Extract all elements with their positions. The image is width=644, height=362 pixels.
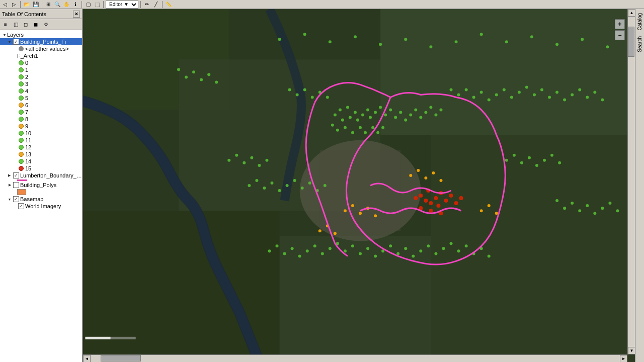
val-15-label: 15 bbox=[25, 165, 31, 171]
svg-point-11 bbox=[354, 111, 357, 114]
svg-point-49 bbox=[457, 93, 460, 96]
toolbar-measure-btn[interactable]: 📏 bbox=[165, 1, 173, 9]
val-3-item[interactable]: 3 bbox=[0, 80, 82, 87]
val-2-item[interactable]: 2 bbox=[0, 73, 82, 80]
svg-point-33 bbox=[331, 124, 334, 127]
scroll-track-vertical[interactable] bbox=[628, 17, 635, 347]
val-15-item[interactable]: 15 bbox=[0, 165, 82, 172]
svg-point-120 bbox=[505, 159, 508, 162]
catalog-tab[interactable]: Catalog bbox=[635, 11, 644, 33]
svg-point-55 bbox=[503, 88, 506, 91]
svg-point-94 bbox=[457, 249, 460, 252]
svg-point-136 bbox=[480, 33, 483, 36]
svg-point-62 bbox=[555, 90, 558, 94]
val-0-item[interactable]: 0 bbox=[0, 59, 82, 66]
svg-point-133 bbox=[404, 38, 407, 41]
val-5-item[interactable]: 5 bbox=[0, 95, 82, 102]
zoom-out-button[interactable]: − bbox=[615, 30, 625, 40]
other-values-item[interactable]: <all other values> bbox=[0, 45, 82, 52]
svg-rect-4 bbox=[431, 135, 635, 362]
toc-selection-view-btn[interactable]: ◼ bbox=[31, 20, 40, 29]
val-10-item[interactable]: 10 bbox=[0, 130, 82, 137]
map-canvas bbox=[83, 9, 635, 362]
toolbar-select-features-btn[interactable]: ⬚ bbox=[93, 1, 101, 9]
building-polys-item[interactable]: Building_Polys bbox=[0, 182, 82, 189]
map-scrollbar-horizontal: ◄ ► bbox=[83, 354, 627, 362]
zoom-in-button[interactable]: + bbox=[615, 19, 625, 29]
toolbar-line-btn[interactable]: ╱ bbox=[152, 1, 160, 9]
val-7-item[interactable]: 7 bbox=[0, 109, 82, 116]
lumberton-checkbox[interactable] bbox=[13, 172, 19, 178]
svg-point-110 bbox=[593, 212, 596, 215]
main-layout: Table Of Contents ✕ ≡ ◫ ◻ ◼ ⚙ Layers Bui… bbox=[0, 9, 644, 362]
val-9-item[interactable]: 9 bbox=[0, 123, 82, 130]
svg-point-145 bbox=[263, 187, 266, 190]
toolbar-zoom-full-btn[interactable]: ⊞ bbox=[44, 1, 52, 9]
toolbar-select-btn[interactable]: ▢ bbox=[84, 1, 92, 9]
lumberton-boundary-item[interactable]: Lumberton_Boundary_Or bbox=[0, 172, 82, 179]
svg-point-12 bbox=[349, 116, 352, 119]
val-8-dot bbox=[19, 117, 24, 122]
toc-options-btn[interactable]: ⚙ bbox=[41, 20, 50, 29]
val-9-label: 9 bbox=[25, 123, 28, 129]
val-8-label: 8 bbox=[25, 116, 28, 122]
toolbar-sketch-btn[interactable]: ✏ bbox=[143, 1, 151, 9]
toc-visibility-view-btn[interactable]: ◻ bbox=[21, 20, 30, 29]
svg-point-144 bbox=[255, 179, 258, 182]
svg-point-51 bbox=[472, 96, 475, 99]
scroll-track-horizontal[interactable] bbox=[91, 355, 620, 362]
svg-point-79 bbox=[344, 249, 347, 252]
editor-dropdown[interactable]: Editor ▼ bbox=[106, 1, 138, 9]
toc-list-view-btn[interactable]: ≡ bbox=[1, 20, 10, 29]
basemap-item[interactable]: Basemap bbox=[0, 196, 82, 203]
basemap-checkbox[interactable] bbox=[13, 196, 19, 202]
map-area[interactable]: + − ▲ ▼ ◄ ► bbox=[83, 9, 635, 362]
toolbar-forward-btn[interactable]: ▷ bbox=[10, 1, 18, 9]
svg-point-39 bbox=[371, 126, 374, 129]
scroll-thumb-vertical[interactable] bbox=[628, 27, 634, 57]
svg-rect-6 bbox=[280, 236, 431, 362]
scroll-right-button[interactable]: ► bbox=[620, 355, 627, 362]
toc-source-view-btn[interactable]: ◫ bbox=[11, 20, 20, 29]
building-points-checkbox[interactable] bbox=[13, 39, 19, 45]
svg-point-173 bbox=[429, 201, 433, 205]
scroll-down-button[interactable]: ▼ bbox=[628, 347, 635, 354]
layers-root-item[interactable]: Layers bbox=[0, 31, 82, 38]
scroll-up-button[interactable]: ▲ bbox=[628, 9, 635, 17]
toolbar-identify-btn[interactable]: ℹ bbox=[71, 1, 79, 9]
svg-point-175 bbox=[424, 199, 428, 203]
scroll-left-button[interactable]: ◄ bbox=[83, 355, 91, 362]
val-6-item[interactable]: 6 bbox=[0, 102, 82, 109]
world-imagery-item[interactable]: World Imagery bbox=[0, 203, 82, 210]
scroll-thumb-horizontal[interactable] bbox=[101, 355, 141, 361]
f-arch1-item[interactable]: F_Arch1 bbox=[0, 52, 82, 59]
world-imagery-checkbox[interactable] bbox=[18, 203, 24, 209]
svg-point-121 bbox=[513, 154, 516, 157]
val-7-dot bbox=[19, 110, 24, 115]
val-11-label: 11 bbox=[25, 137, 31, 143]
toolbar-back-btn[interactable]: ◁ bbox=[1, 1, 9, 9]
val-8-item[interactable]: 8 bbox=[0, 116, 82, 123]
val-13-item[interactable]: 13 bbox=[0, 151, 82, 158]
svg-point-35 bbox=[344, 126, 347, 129]
svg-point-52 bbox=[480, 90, 483, 94]
building-polys-checkbox[interactable] bbox=[13, 182, 19, 188]
val-4-item[interactable]: 4 bbox=[0, 87, 82, 95]
val-11-item[interactable]: 11 bbox=[0, 137, 82, 144]
svg-point-28 bbox=[419, 116, 422, 119]
building-points-item[interactable]: Building_Points_Fi bbox=[0, 38, 82, 45]
svg-point-107 bbox=[571, 202, 574, 205]
toc-close-button[interactable]: ✕ bbox=[73, 11, 80, 18]
toolbar-zoom-in-btn[interactable]: 🔍 bbox=[53, 1, 61, 9]
toolbar-pan-btn[interactable]: ✋ bbox=[62, 1, 70, 9]
toolbar-open-btn[interactable]: 📂 bbox=[23, 1, 31, 9]
val-2-dot bbox=[19, 74, 24, 79]
val-12-item[interactable]: 12 bbox=[0, 144, 82, 151]
toc-title: Table Of Contents bbox=[2, 11, 46, 17]
val-1-item[interactable]: 1 bbox=[0, 66, 82, 73]
search-tab[interactable]: Search bbox=[635, 34, 644, 55]
toolbar-sep-1 bbox=[20, 1, 21, 8]
val-14-item[interactable]: 14 bbox=[0, 158, 82, 165]
toolbar-save-btn[interactable]: 💾 bbox=[32, 1, 40, 9]
svg-point-59 bbox=[533, 93, 536, 96]
